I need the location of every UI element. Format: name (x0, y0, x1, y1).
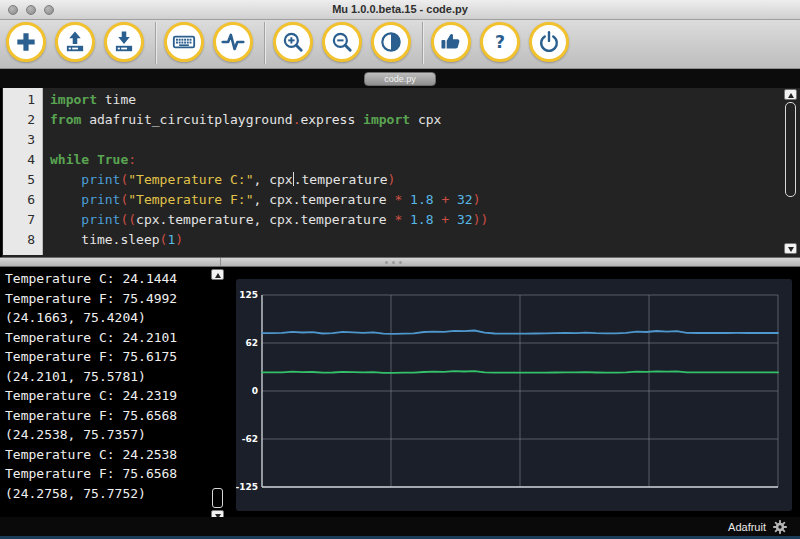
mu-editor-window: Mu 1.0.0.beta.15 - code.py ? code.py 123… (0, 0, 800, 539)
line-number: 7 (3, 210, 35, 230)
zoom-in-button[interactable] (273, 22, 313, 62)
editor-scrollbar-thumb[interactable] (785, 102, 796, 197)
code-line[interactable]: print("Temperature F:", cpx.temperature … (50, 190, 780, 210)
code-line[interactable]: from adafruit_circuitplayground.express … (50, 110, 780, 130)
y-axis-tick-label: -125 (236, 482, 258, 492)
toolbar-separator (422, 22, 423, 64)
console-line: Temperature F: 75.4992 (5, 289, 228, 309)
svg-text:?: ? (495, 32, 505, 52)
plotter-button[interactable] (213, 22, 253, 62)
tab-code-py[interactable]: code.py (364, 72, 436, 86)
status-bar: Adafruit (0, 517, 800, 536)
splitter-seam (220, 258, 221, 266)
code-text[interactable]: import timefrom adafruit_circuitplaygrou… (50, 90, 780, 250)
console-scroll-down-button[interactable] (211, 510, 224, 517)
console-line: Temperature F: 75.6568 (5, 406, 228, 426)
save-button[interactable] (104, 22, 144, 62)
code-line[interactable] (50, 130, 780, 150)
download-icon (111, 29, 137, 55)
line-number: 6 (3, 190, 35, 210)
line-number: 2 (3, 110, 35, 130)
toolbar-separator (155, 22, 156, 64)
y-axis-tick-label: -62 (242, 434, 258, 444)
tab-label: code.py (384, 74, 416, 84)
console-line: (24.2538, 75.7357) (5, 425, 228, 445)
line-number: 4 (3, 150, 35, 170)
upload-icon (62, 29, 88, 55)
quit-button[interactable] (529, 22, 569, 62)
code-line[interactable]: import time (50, 90, 780, 110)
line-number: 3 (3, 130, 35, 150)
editor-scroll-down-button[interactable] (784, 243, 797, 254)
plotter-pane: 125620-62-125 (228, 267, 800, 517)
contrast-icon (378, 29, 404, 55)
line-number-gutter: 12345678 (3, 88, 43, 255)
console-scrollbar-thumb[interactable] (212, 488, 223, 508)
plotter-chart: 125620-62-125 (236, 279, 792, 511)
zoom-in-icon (280, 29, 306, 55)
question-icon: ? (487, 29, 513, 55)
console-line: (24.1663, 75.4204) (5, 308, 228, 328)
power-icon (536, 29, 562, 55)
check-button[interactable] (431, 22, 471, 62)
toolbar: ? (0, 20, 800, 69)
console-line: Temperature F: 75.6175 (5, 347, 228, 367)
new-button[interactable] (6, 22, 46, 62)
code-line[interactable]: while True: (50, 150, 780, 170)
temperature-plot: 125620-62-125 (236, 279, 792, 511)
zoom-out-icon (329, 29, 355, 55)
mode-label[interactable]: Adafruit (728, 521, 766, 533)
window-title: Mu 1.0.0.beta.15 - code.py (0, 3, 800, 15)
console-line: Temperature C: 24.2319 (5, 386, 228, 406)
code-line[interactable]: time.sleep(1) (50, 230, 780, 250)
zoom-out-button[interactable] (322, 22, 362, 62)
console-line: Temperature C: 24.1444 (5, 269, 228, 289)
thumbs-up-icon (438, 29, 464, 55)
waveform-icon (220, 29, 246, 55)
code-line[interactable]: print("Temperature C:", cpx.temperature) (50, 170, 780, 190)
theme-button[interactable] (371, 22, 411, 62)
code-line[interactable]: print((cpx.temperature, cpx.temperature … (50, 210, 780, 230)
help-button[interactable]: ? (480, 22, 520, 62)
console-line: (24.2101, 75.5781) (5, 367, 228, 387)
console-line: Temperature C: 24.2538 (5, 445, 228, 465)
line-number: 5 (3, 170, 35, 190)
y-axis-tick-label: 62 (245, 338, 258, 348)
console-line: Temperature F: 75.6568 (5, 464, 228, 484)
keyboard-icon (171, 29, 197, 55)
console-line: (24.2758, 75.7752) (5, 484, 228, 504)
code-editor[interactable]: 12345678 import timefrom adafruit_circui… (0, 88, 800, 257)
y-axis-tick-label: 0 (252, 386, 258, 396)
plus-icon (13, 29, 39, 55)
tab-bar: code.py (0, 69, 800, 88)
toolbar-separator (264, 22, 265, 64)
splitter-grip-icon (385, 261, 402, 264)
gear-icon[interactable] (772, 519, 788, 535)
title-bar: Mu 1.0.0.beta.15 - code.py (0, 0, 800, 20)
editor-scroll-up-button[interactable] (784, 89, 797, 100)
load-button[interactable] (55, 22, 95, 62)
line-number: 1 (3, 90, 35, 110)
bottom-panes: Temperature C: 24.1444Temperature F: 75.… (0, 267, 800, 517)
y-axis-tick-label: 125 (239, 290, 258, 300)
pane-splitter[interactable] (0, 257, 800, 267)
console-line: Temperature C: 24.2101 (5, 328, 228, 348)
serial-button[interactable] (164, 22, 204, 62)
serial-console[interactable]: Temperature C: 24.1444Temperature F: 75.… (0, 267, 228, 517)
line-number: 8 (3, 230, 35, 250)
console-scroll-up-button[interactable] (211, 269, 224, 280)
